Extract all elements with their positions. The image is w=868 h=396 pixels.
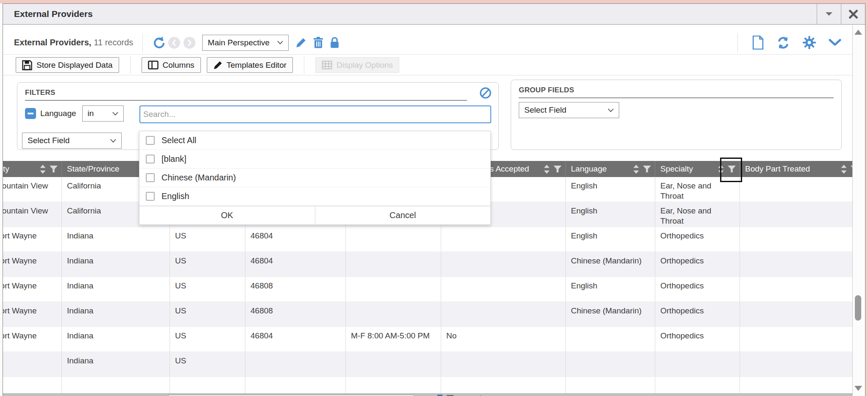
table-cell-city: Mountain View <box>3 202 62 227</box>
add-filter-field-select[interactable]: Select Field <box>22 133 122 149</box>
table-cell-body_part <box>740 202 852 227</box>
filter-option-label: Select All <box>161 136 196 145</box>
table-cell-specialty <box>655 377 740 393</box>
filter-search-input[interactable] <box>139 105 491 123</box>
dialog-close-button[interactable] <box>841 4 865 24</box>
ok-button[interactable]: OK <box>139 206 315 224</box>
vertical-scrollbar[interactable] <box>852 25 863 396</box>
table-cell-specialty: Orthopedics <box>655 227 740 252</box>
dialog-title: External Providers <box>3 9 817 19</box>
perspective-toolbar: External Providers, 11 records Main Pers… <box>3 25 852 55</box>
table-row[interactable]: Fort WayneIndianaUS46804Chinese (Mandari… <box>3 252 852 277</box>
table-cell-zip: 46804 <box>245 252 346 277</box>
filter-option-label: Chinese (Mandarin) <box>161 173 236 183</box>
table-row[interactable]: Fort WayneIndianaUS46804EnglishOrthopedi… <box>3 227 852 252</box>
undo-icon <box>152 36 165 49</box>
specialty-filter-focus-box[interactable] <box>720 158 742 182</box>
scroll-up-icon[interactable] <box>854 29 862 35</box>
column-header-label: State/Province <box>67 164 120 174</box>
column-header-label: Body Part Treated <box>745 164 810 174</box>
collapse-toolbar-button[interactable] <box>829 39 841 47</box>
column-header-body_part[interactable]: Body Part Treated <box>740 161 852 177</box>
columns-icon <box>148 61 159 69</box>
templates-editor-button[interactable]: Templates Editor <box>207 57 293 73</box>
clear-filters-button[interactable] <box>479 87 492 101</box>
settings-button[interactable] <box>803 36 816 49</box>
sort-icon[interactable] <box>841 165 847 174</box>
dropdown-buttons: OK Cancel <box>139 206 490 224</box>
table-cell-country: US <box>170 227 245 252</box>
table-row[interactable] <box>3 377 852 393</box>
sort-icon[interactable] <box>40 165 46 174</box>
checkbox[interactable] <box>146 136 155 145</box>
filter-field-label: Language <box>40 109 76 118</box>
table-row[interactable]: Fort WayneIndianaUS46808Chinese (Mandari… <box>3 302 852 327</box>
external-providers-dialog: External Providers External Providers, 1… <box>3 3 865 396</box>
collapse-filter-button[interactable] <box>25 108 36 119</box>
table-cell-state: Indiana <box>62 227 170 252</box>
table-cell-specialty: Orthopedics <box>655 302 740 327</box>
add-filter-row: Select Field <box>22 133 122 149</box>
filter-icon[interactable] <box>554 166 562 172</box>
separator <box>130 57 131 74</box>
filter-operator-value: in <box>88 109 94 118</box>
table-cell-zip: 46808 <box>245 302 346 327</box>
filter-operator-select[interactable]: in <box>82 105 124 122</box>
table-cell-specialty: Ear, Nose and Throat <box>655 202 740 227</box>
delete-perspective-button[interactable] <box>313 37 323 48</box>
columns-button[interactable]: Columns <box>142 57 201 73</box>
checkbox[interactable] <box>146 155 155 163</box>
edit-perspective-button[interactable] <box>295 37 306 48</box>
checkbox[interactable] <box>146 192 155 201</box>
column-header-label: City <box>3 164 9 174</box>
filter-option[interactable]: Chinese (Mandarin) <box>139 169 490 187</box>
table-cell-state: Indiana <box>62 277 170 302</box>
table-cell-country <box>170 377 245 393</box>
table-cell-body_part <box>740 277 852 302</box>
history-back-button[interactable] <box>168 37 180 49</box>
filter-icon[interactable] <box>50 166 58 172</box>
filter-icon[interactable] <box>643 166 651 172</box>
table-cell-hours <box>346 252 441 277</box>
undo-button[interactable] <box>152 36 165 49</box>
lock-perspective-button[interactable] <box>330 37 339 48</box>
sort-icon[interactable] <box>544 165 550 174</box>
gear-icon <box>803 36 816 49</box>
table-cell-zip: 46808 <box>245 277 346 302</box>
table-cell-state: Indiana <box>62 302 170 327</box>
chevron-right-icon <box>187 39 192 46</box>
filter-option-label: [blank] <box>161 154 186 164</box>
checkbox[interactable] <box>146 173 155 182</box>
store-displayed-data-button[interactable]: Store Displayed Data <box>16 57 119 73</box>
table-row[interactable]: Fort WayneIndianaUS46804M-F 8:00 AM-5:00… <box>3 327 852 352</box>
record-summary-count: 11 records <box>94 38 133 47</box>
table-cell-country: US <box>170 277 245 302</box>
column-header-city[interactable]: City <box>3 161 62 177</box>
table-cell-country: US <box>170 352 245 377</box>
filters-panel-title: FILTERS <box>25 89 467 101</box>
new-record-button[interactable] <box>752 36 764 50</box>
filter-option[interactable]: [blank] <box>139 150 490 169</box>
group-field-select[interactable]: Select Field <box>519 102 619 118</box>
scroll-down-icon[interactable] <box>854 385 862 391</box>
table-cell-city <box>3 352 62 377</box>
cancel-button[interactable]: Cancel <box>315 206 491 224</box>
table-cell-city: Mountain View <box>3 177 62 202</box>
scrollbar-thumb[interactable] <box>855 295 861 321</box>
refresh-button[interactable] <box>776 36 790 50</box>
table-row[interactable]: IndianaUS <box>3 352 852 377</box>
history-forward-button[interactable] <box>184 37 195 49</box>
dialog-menu-button[interactable] <box>817 4 841 24</box>
filter-option[interactable]: English <box>139 187 490 206</box>
table-cell-hours <box>346 302 441 327</box>
column-header-language[interactable]: Language <box>566 161 655 177</box>
table-cell-specialty: Orthopedics <box>655 252 740 277</box>
sort-icon[interactable] <box>633 165 639 174</box>
filter-option[interactable]: Select All <box>139 131 490 150</box>
table-cell-specialty <box>655 352 740 377</box>
table-cell-state: Indiana <box>62 327 170 352</box>
table-row[interactable]: Fort WayneIndianaUS46808EnglishOrthopedi… <box>3 277 852 302</box>
perspective-select[interactable]: Main Perspective <box>202 35 289 51</box>
table-cell-state: Indiana <box>62 252 170 277</box>
record-summary-title: External Providers, <box>14 38 91 47</box>
